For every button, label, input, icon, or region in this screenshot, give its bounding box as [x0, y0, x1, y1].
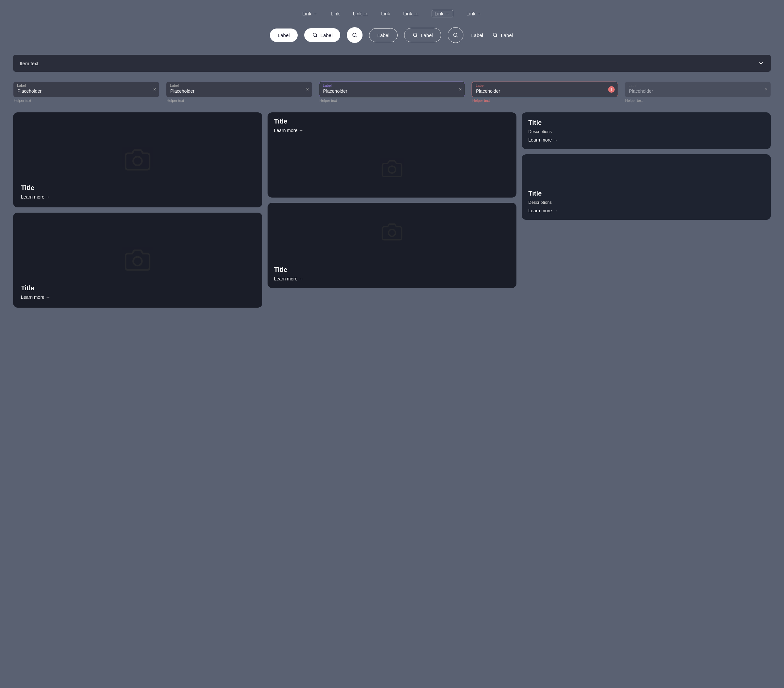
card-content-1: Title Learn more → [21, 184, 254, 200]
camera-icon [382, 158, 402, 179]
search-icon [492, 32, 498, 38]
input-field-2[interactable] [166, 82, 313, 97]
nav-link-6[interactable]: Link → [432, 10, 454, 17]
arrow-icon: → [413, 11, 418, 16]
card-desc-right-2: Descriptions [528, 200, 764, 205]
card-title-mid-2: Title [274, 266, 510, 274]
card-right-1[interactable]: Title Descriptions Learn more → [522, 112, 771, 149]
card-link-2[interactable]: Learn more → [21, 295, 254, 300]
card-link-1[interactable]: Learn more → [21, 194, 254, 200]
nav-link-4[interactable]: Link [381, 11, 390, 16]
svg-point-10 [133, 157, 142, 165]
camera-icon [382, 221, 402, 243]
inputs-row: Label × Helper text Label × Helper text … [13, 82, 771, 102]
card-link-mid-1[interactable]: Learn more → [274, 128, 510, 133]
icon-only-button[interactable] [347, 27, 362, 43]
card-mid-2[interactable]: Title Learn more → [268, 203, 517, 288]
input-field-1[interactable] [13, 82, 160, 97]
nav-link-2[interactable]: Link [331, 11, 340, 16]
input-helper-3: Helper text [319, 99, 465, 102]
input-wrapper-5: Label × [624, 82, 771, 97]
clear-icon-3[interactable]: × [459, 87, 462, 92]
card-link-mid-2[interactable]: Learn more → [274, 276, 510, 281]
ghost-button[interactable]: Label [470, 28, 485, 42]
icon-only-outlined-button[interactable] [448, 27, 463, 43]
arrow-icon: → [46, 194, 50, 200]
svg-point-13 [389, 229, 395, 236]
svg-point-6 [454, 33, 457, 37]
input-group-3: Label × Helper text [319, 82, 465, 102]
card-large-1[interactable]: Title Learn more → [13, 112, 262, 207]
card-content-mid-2: Title Learn more → [268, 261, 517, 288]
svg-point-8 [493, 33, 497, 37]
clear-icon-2[interactable]: × [306, 87, 309, 92]
input-helper-4: Helper text [471, 99, 618, 102]
nav-links: Link → Link Link → Link Link → Link → Li… [13, 10, 771, 17]
clear-icon-1[interactable]: × [153, 87, 156, 92]
svg-line-5 [416, 36, 417, 37]
button-row: Label Label Label Label Label Label [13, 27, 771, 43]
nav-link-5[interactable]: Link → [403, 11, 418, 16]
card-title-mid-1: Title [274, 118, 510, 125]
input-field-4[interactable] [471, 82, 618, 97]
search-icon [412, 32, 418, 38]
card-link-right-1[interactable]: Learn more → [528, 137, 764, 142]
card-large-2[interactable]: Title Learn more → [13, 213, 262, 308]
col-right: Title Descriptions Learn more → Title De… [522, 112, 771, 308]
input-wrapper-3: Label × [319, 82, 465, 97]
input-group-5: Label × Helper text [624, 82, 771, 102]
outlined-button[interactable]: Label [369, 28, 398, 42]
search-icon [352, 32, 357, 38]
svg-point-11 [133, 257, 142, 266]
outlined-icon-button[interactable]: Label [404, 28, 441, 42]
card-title-right-2: Title [528, 190, 764, 197]
clear-icon-5: × [765, 87, 768, 92]
filled-icon-button[interactable]: Label [304, 28, 341, 42]
input-wrapper-2: Label × [166, 82, 313, 97]
search-icon [453, 32, 458, 38]
svg-point-0 [313, 33, 317, 37]
camera-icon [124, 147, 151, 173]
card-image-area-mid-2 [268, 203, 517, 261]
card-content-mid-1: Title Learn more → [268, 112, 517, 140]
input-helper-1: Helper text [13, 99, 160, 102]
input-field-3[interactable] [319, 82, 465, 97]
arrow-icon: → [363, 11, 368, 16]
svg-line-9 [496, 36, 497, 37]
arrow-icon: → [299, 276, 303, 281]
card-right-2[interactable]: Title Descriptions Learn more → [522, 154, 771, 220]
col-left: Title Learn more → Title Learn more → [13, 112, 262, 308]
nav-link-7[interactable]: Link → [466, 11, 482, 16]
accordion-label: Item text [20, 61, 39, 66]
cards-section: Title Learn more → Title Learn more → [13, 112, 771, 308]
nav-link-1[interactable]: Link → [302, 11, 318, 16]
input-wrapper-1: Label × [13, 82, 160, 97]
card-content-2: Title Learn more → [21, 284, 254, 300]
svg-line-3 [356, 36, 357, 37]
col-mid: Title Learn more → [268, 112, 517, 308]
svg-point-4 [413, 33, 417, 37]
input-helper-5: Helper text [624, 99, 771, 102]
card-title-2: Title [21, 284, 254, 292]
accordion-item[interactable]: Item text [13, 55, 771, 72]
card-image-area-mid-1 [268, 140, 517, 198]
search-icon [312, 32, 318, 38]
card-desc-right-1: Descriptions [528, 129, 764, 134]
svg-line-7 [456, 36, 458, 37]
card-mid-1[interactable]: Title Learn more → [268, 112, 517, 198]
arrow-icon: → [299, 128, 303, 133]
arrow-icon: → [46, 295, 50, 300]
error-icon: ! [608, 86, 615, 93]
ghost-icon-button[interactable]: Label [491, 28, 514, 42]
arrow-icon: → [477, 11, 482, 16]
camera-icon [124, 247, 151, 273]
svg-line-1 [316, 36, 317, 37]
chevron-down-icon [758, 60, 764, 66]
nav-link-3[interactable]: Link → [353, 11, 368, 16]
arrow-icon: → [553, 208, 558, 213]
input-wrapper-4: Label ! [471, 82, 618, 97]
card-link-right-2[interactable]: Learn more → [528, 208, 764, 213]
arrow-icon: → [313, 11, 318, 16]
input-field-5 [624, 82, 771, 97]
filled-button[interactable]: Label [270, 28, 298, 42]
